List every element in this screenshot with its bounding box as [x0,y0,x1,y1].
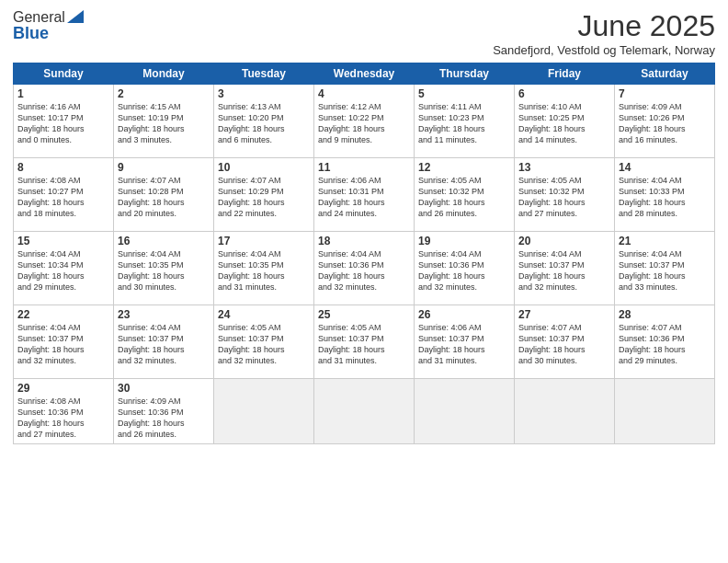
day-number: 21 [619,235,711,247]
day-info: Sunrise: 4:07 AM Sunset: 10:29 PM Daylig… [218,175,310,220]
day-number: 26 [418,308,510,321]
day-number: 29 [17,382,109,395]
calendar-cell: 13Sunrise: 4:05 AM Sunset: 10:32 PM Dayl… [515,158,615,232]
day-info: Sunrise: 4:04 AM Sunset: 10:35 PM Daylig… [218,248,310,293]
svg-marker-0 [67,10,84,23]
col-header-monday: Monday [114,63,214,85]
col-header-friday: Friday [515,63,615,85]
day-info: Sunrise: 4:04 AM Sunset: 10:36 PM Daylig… [318,248,410,293]
col-header-sunday: Sunday [14,63,114,85]
calendar-week-4: 22Sunrise: 4:04 AM Sunset: 10:37 PM Dayl… [14,305,715,379]
calendar-cell [214,379,314,444]
day-info: Sunrise: 4:08 AM Sunset: 10:27 PM Daylig… [17,175,109,220]
col-header-wednesday: Wednesday [314,63,415,85]
day-info: Sunrise: 4:10 AM Sunset: 10:25 PM Daylig… [518,101,610,146]
day-number: 23 [118,308,210,321]
calendar-cell: 21Sunrise: 4:04 AM Sunset: 10:37 PM Dayl… [615,232,715,305]
calendar-cell: 9Sunrise: 4:07 AM Sunset: 10:28 PM Dayli… [114,158,214,232]
day-info: Sunrise: 4:15 AM Sunset: 10:19 PM Daylig… [118,101,210,146]
month-title: June 2025 [493,9,715,43]
day-number: 25 [318,308,410,321]
calendar-week-2: 8Sunrise: 4:08 AM Sunset: 10:27 PM Dayli… [14,158,715,232]
day-info: Sunrise: 4:07 AM Sunset: 10:28 PM Daylig… [118,175,210,220]
day-info: Sunrise: 4:04 AM Sunset: 10:37 PM Daylig… [118,322,210,367]
day-info: Sunrise: 4:05 AM Sunset: 10:37 PM Daylig… [318,322,410,367]
calendar-cell: 12Sunrise: 4:05 AM Sunset: 10:32 PM Dayl… [415,158,515,232]
calendar-cell: 4Sunrise: 4:12 AM Sunset: 10:22 PM Dayli… [314,85,415,158]
day-number: 20 [518,235,610,247]
day-number: 9 [118,161,210,174]
day-number: 7 [619,87,711,100]
day-number: 24 [218,308,310,321]
day-info: Sunrise: 4:04 AM Sunset: 10:37 PM Daylig… [619,248,711,293]
calendar-cell [415,379,515,444]
calendar-cell: 25Sunrise: 4:05 AM Sunset: 10:37 PM Dayl… [314,305,415,379]
col-header-thursday: Thursday [415,63,515,85]
calendar-cell: 23Sunrise: 4:04 AM Sunset: 10:37 PM Dayl… [114,305,214,379]
day-number: 15 [17,235,109,247]
calendar-cell: 3Sunrise: 4:13 AM Sunset: 10:20 PM Dayli… [214,85,314,158]
calendar-cell: 18Sunrise: 4:04 AM Sunset: 10:36 PM Dayl… [314,232,415,305]
page: General Blue June 2025 Sandefjord, Vestf… [0,0,728,563]
location-subtitle: Sandefjord, Vestfold og Telemark, Norway [493,43,715,57]
day-number: 6 [518,87,610,100]
header: General Blue June 2025 Sandefjord, Vestf… [13,9,715,57]
day-number: 13 [518,161,610,174]
calendar-cell: 16Sunrise: 4:04 AM Sunset: 10:35 PM Dayl… [114,232,214,305]
calendar-cell: 7Sunrise: 4:09 AM Sunset: 10:26 PM Dayli… [615,85,715,158]
calendar-cell: 26Sunrise: 4:06 AM Sunset: 10:37 PM Dayl… [415,305,515,379]
day-info: Sunrise: 4:04 AM Sunset: 10:36 PM Daylig… [418,248,510,293]
calendar-cell: 19Sunrise: 4:04 AM Sunset: 10:36 PM Dayl… [415,232,515,305]
calendar-cell: 28Sunrise: 4:07 AM Sunset: 10:36 PM Dayl… [615,305,715,379]
day-info: Sunrise: 4:09 AM Sunset: 10:36 PM Daylig… [118,396,210,441]
calendar-cell: 2Sunrise: 4:15 AM Sunset: 10:19 PM Dayli… [114,85,214,158]
day-number: 18 [318,235,410,247]
day-number: 4 [318,87,410,100]
calendar-cell: 27Sunrise: 4:07 AM Sunset: 10:37 PM Dayl… [515,305,615,379]
day-number: 16 [118,235,210,247]
day-number: 28 [619,308,711,321]
calendar-cell [615,379,715,444]
day-info: Sunrise: 4:16 AM Sunset: 10:17 PM Daylig… [17,101,109,146]
calendar-header-row: SundayMondayTuesdayWednesdayThursdayFrid… [14,63,715,85]
col-header-saturday: Saturday [615,63,715,85]
calendar-week-5: 29Sunrise: 4:08 AM Sunset: 10:36 PM Dayl… [14,379,715,444]
title-block: June 2025 Sandefjord, Vestfold og Telema… [493,9,715,57]
day-info: Sunrise: 4:13 AM Sunset: 10:20 PM Daylig… [218,101,310,146]
calendar-cell: 6Sunrise: 4:10 AM Sunset: 10:25 PM Dayli… [515,85,615,158]
calendar-cell: 29Sunrise: 4:08 AM Sunset: 10:36 PM Dayl… [14,379,114,444]
logo-blue-text: Blue [13,24,49,43]
day-info: Sunrise: 4:07 AM Sunset: 10:36 PM Daylig… [619,322,711,367]
day-info: Sunrise: 4:04 AM Sunset: 10:37 PM Daylig… [17,322,109,367]
calendar-week-3: 15Sunrise: 4:04 AM Sunset: 10:34 PM Dayl… [14,232,715,305]
calendar-cell [314,379,415,444]
calendar-cell: 8Sunrise: 4:08 AM Sunset: 10:27 PM Dayli… [14,158,114,232]
day-info: Sunrise: 4:04 AM Sunset: 10:34 PM Daylig… [17,248,109,293]
day-info: Sunrise: 4:11 AM Sunset: 10:23 PM Daylig… [418,101,510,146]
day-info: Sunrise: 4:04 AM Sunset: 10:33 PM Daylig… [619,175,711,220]
day-number: 10 [218,161,310,174]
day-number: 12 [418,161,510,174]
day-info: Sunrise: 4:06 AM Sunset: 10:31 PM Daylig… [318,175,410,220]
day-number: 3 [218,87,310,100]
calendar-cell [515,379,615,444]
day-number: 22 [17,308,109,321]
day-number: 11 [318,161,410,174]
col-header-tuesday: Tuesday [214,63,314,85]
calendar-cell: 14Sunrise: 4:04 AM Sunset: 10:33 PM Dayl… [615,158,715,232]
day-info: Sunrise: 4:06 AM Sunset: 10:37 PM Daylig… [418,322,510,367]
day-info: Sunrise: 4:05 AM Sunset: 10:32 PM Daylig… [518,175,610,220]
day-number: 17 [218,235,310,247]
day-number: 19 [418,235,510,247]
calendar-cell: 1Sunrise: 4:16 AM Sunset: 10:17 PM Dayli… [14,85,114,158]
day-number: 5 [418,87,510,100]
logo: General Blue [13,9,84,43]
day-info: Sunrise: 4:07 AM Sunset: 10:37 PM Daylig… [518,322,610,367]
calendar-cell: 20Sunrise: 4:04 AM Sunset: 10:37 PM Dayl… [515,232,615,305]
day-info: Sunrise: 4:04 AM Sunset: 10:35 PM Daylig… [118,248,210,293]
calendar-cell: 22Sunrise: 4:04 AM Sunset: 10:37 PM Dayl… [14,305,114,379]
day-info: Sunrise: 4:05 AM Sunset: 10:37 PM Daylig… [218,322,310,367]
day-info: Sunrise: 4:12 AM Sunset: 10:22 PM Daylig… [318,101,410,146]
calendar-cell: 11Sunrise: 4:06 AM Sunset: 10:31 PM Dayl… [314,158,415,232]
calendar-cell: 24Sunrise: 4:05 AM Sunset: 10:37 PM Dayl… [214,305,314,379]
